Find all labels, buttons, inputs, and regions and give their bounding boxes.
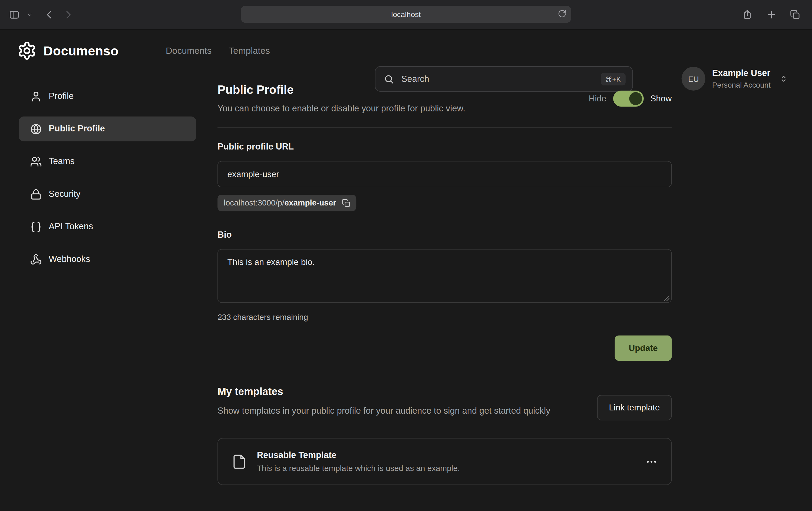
template-list-item: Reusable Template This is a reusable tem… — [218, 438, 672, 485]
bio-textarea[interactable]: This is an example bio. — [218, 249, 672, 303]
template-menu-icon[interactable] — [645, 455, 658, 468]
sidebar-item-label: Security — [49, 189, 81, 199]
braces-icon — [30, 221, 42, 233]
lock-icon — [30, 188, 42, 200]
sidebar-item-api-tokens[interactable]: API Tokens — [19, 214, 196, 239]
visibility-toggle-row: Hide Show — [588, 90, 672, 106]
characters-remaining: 233 characters remaining — [218, 312, 672, 322]
reload-icon[interactable] — [558, 9, 567, 18]
profile-visibility-toggle[interactable] — [613, 90, 643, 106]
sidebar-item-label: Teams — [49, 156, 75, 167]
tab-overview-icon[interactable] — [788, 5, 802, 24]
sidebar-item-webhooks[interactable]: Webhooks — [19, 247, 196, 272]
share-icon[interactable] — [741, 5, 754, 24]
templates-subtitle: Show templates in your public profile fo… — [218, 404, 550, 418]
copy-icon[interactable] — [342, 199, 351, 207]
bio-field-wrap: This is an example bio. — [218, 249, 672, 305]
screen: localhost Documenso Documents — [0, 0, 812, 511]
sidebar-item-label: Public Profile — [49, 124, 105, 134]
user-account-type: Personal Account — [712, 81, 771, 89]
chevrons-up-down-icon — [779, 74, 788, 83]
file-icon — [232, 454, 247, 469]
chevron-down-icon[interactable] — [26, 5, 33, 24]
app-header: Documenso Documents Templates ⌘+K EU Exa… — [0, 29, 812, 72]
sidebar-item-label: Webhooks — [49, 254, 90, 264]
user-meta: Example User Personal Account — [712, 68, 771, 89]
nav-templates[interactable]: Templates — [229, 46, 270, 56]
sidebar-item-label: Profile — [49, 91, 74, 101]
browser-chrome: localhost — [0, 0, 812, 29]
bio-field-label: Bio — [218, 230, 672, 240]
brand-name: Documenso — [44, 43, 118, 58]
sidebar-item-public-profile[interactable]: Public Profile — [19, 117, 196, 142]
toggle-knob — [629, 92, 642, 105]
documenso-logo-icon — [17, 41, 37, 61]
avatar-initials: EU — [688, 74, 699, 83]
sidebar-item-security[interactable]: Security — [19, 182, 196, 207]
update-row: Update — [218, 335, 672, 361]
profile-url-text: localhost:3000/p/example-user — [224, 198, 336, 207]
top-nav: Documents Templates — [166, 29, 270, 72]
profile-url-slug: example-user — [285, 198, 336, 207]
template-name: Reusable Template — [257, 450, 460, 460]
template-description: This is a reusable template which is use… — [257, 464, 460, 473]
update-button[interactable]: Update — [615, 335, 672, 361]
url-field-label: Public profile URL — [218, 142, 672, 152]
profile-url-preview: localhost:3000/p/example-user — [218, 195, 356, 211]
template-item-text: Reusable Template This is a reusable tem… — [257, 450, 460, 473]
sidebar-item-profile[interactable]: Profile — [19, 84, 196, 109]
new-tab-icon[interactable] — [764, 5, 778, 24]
templates-header-text: My templates Show templates in your publ… — [218, 386, 550, 418]
toggle-show-label: Show — [650, 94, 672, 103]
page-header-text: Public Profile You can choose to enable … — [218, 83, 465, 114]
sidebar-toggle-icon[interactable] — [7, 5, 21, 24]
toggle-hide-label: Hide — [588, 94, 606, 103]
settings-sidebar: Profile Public Profile Teams Security AP… — [19, 84, 196, 272]
nav-documents[interactable]: Documents — [166, 46, 211, 56]
user-name: Example User — [712, 68, 771, 79]
users-icon — [30, 155, 42, 168]
public-profile-url-input[interactable] — [218, 161, 672, 187]
address-bar[interactable]: localhost — [241, 6, 571, 23]
back-icon[interactable] — [42, 5, 56, 24]
browser-actions — [741, 0, 802, 29]
page-header: Public Profile You can choose to enable … — [218, 83, 672, 114]
webhook-icon — [30, 253, 42, 265]
page-subtitle: You can choose to enable or disable your… — [218, 103, 465, 114]
sidebar-item-teams[interactable]: Teams — [19, 149, 196, 174]
address-bar-url: localhost — [391, 10, 421, 19]
home-link[interactable]: Documenso — [17, 29, 118, 72]
user-icon — [30, 90, 42, 102]
sidebar-item-label: API Tokens — [49, 221, 93, 232]
resize-grip-icon[interactable] — [664, 295, 670, 301]
user-menu[interactable]: EU Example User Personal Account — [682, 67, 788, 91]
templates-header: My templates Show templates in your publ… — [218, 386, 672, 420]
page-title: Public Profile — [218, 83, 465, 97]
main-content: Public Profile You can choose to enable … — [218, 83, 672, 485]
globe-icon — [30, 123, 42, 135]
forward-icon[interactable] — [61, 5, 75, 24]
browser-nav-controls — [7, 0, 75, 29]
templates-title: My templates — [218, 386, 550, 397]
avatar: EU — [682, 67, 705, 91]
section-divider — [218, 127, 672, 128]
profile-url-prefix: localhost:3000/p/ — [224, 198, 284, 207]
link-template-button[interactable]: Link template — [597, 395, 672, 420]
